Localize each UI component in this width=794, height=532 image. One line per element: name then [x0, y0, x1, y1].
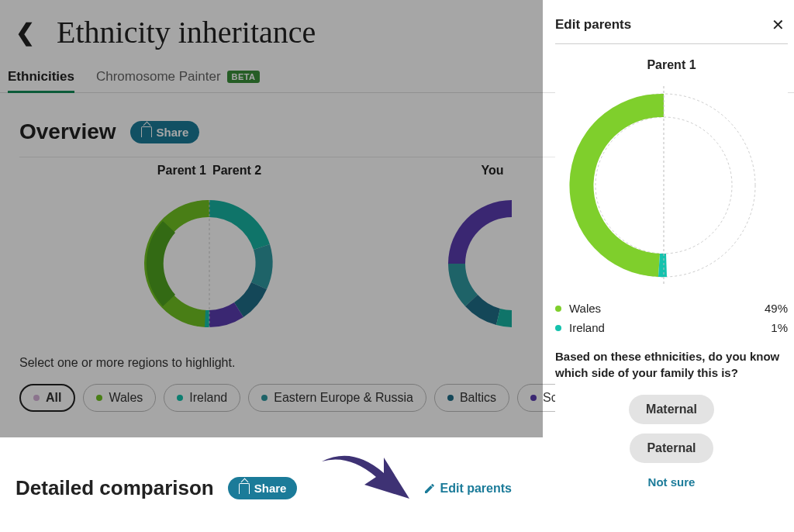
panel-legend: Wales 49% Ireland 1%	[555, 289, 788, 337]
pencil-icon	[423, 482, 436, 495]
legend-pct: 49%	[765, 302, 788, 315]
legend-row: Wales 49%	[555, 299, 788, 318]
detailed-comparison-header: Detailed comparison Share Edit parents	[0, 462, 527, 514]
legend-label: Ireland	[569, 321, 605, 334]
legend-label: Wales	[569, 302, 601, 315]
share-button-detailed[interactable]: Share	[228, 477, 298, 499]
edit-parents-link[interactable]: Edit parents	[423, 482, 512, 496]
panel-subtitle: Parent 1	[555, 44, 788, 77]
share-icon	[239, 483, 250, 494]
panel-question: Based on these ethnicities, do you know …	[555, 337, 788, 395]
edit-parents-label: Edit parents	[440, 482, 512, 496]
edit-parents-panel: Edit parents ✕ Parent 1 Wales 49%	[555, 8, 788, 527]
close-button[interactable]: ✕	[772, 16, 785, 34]
panel-title: Edit parents	[555, 17, 631, 33]
modal-dim-overlay	[0, 0, 543, 437]
parent1-donut	[555, 77, 780, 286]
legend-pct: 1%	[771, 321, 788, 334]
main-view: ❮ Ethnicity inheritance Ethnicities Chro…	[0, 0, 794, 532]
dot-icon	[555, 325, 561, 331]
paternal-button[interactable]: Paternal	[630, 434, 713, 463]
dot-icon	[555, 306, 561, 312]
panel-header: Edit parents ✕	[555, 8, 788, 44]
maternal-button[interactable]: Maternal	[629, 395, 714, 424]
share-label: Share	[254, 482, 287, 495]
not-sure-link[interactable]: Not sure	[648, 475, 696, 489]
panel-buttons: Maternal Paternal Not sure	[555, 395, 788, 489]
detailed-title: Detailed comparison	[16, 476, 214, 500]
callout-arrow-icon	[318, 446, 419, 523]
legend-row: Ireland 1%	[555, 318, 788, 337]
